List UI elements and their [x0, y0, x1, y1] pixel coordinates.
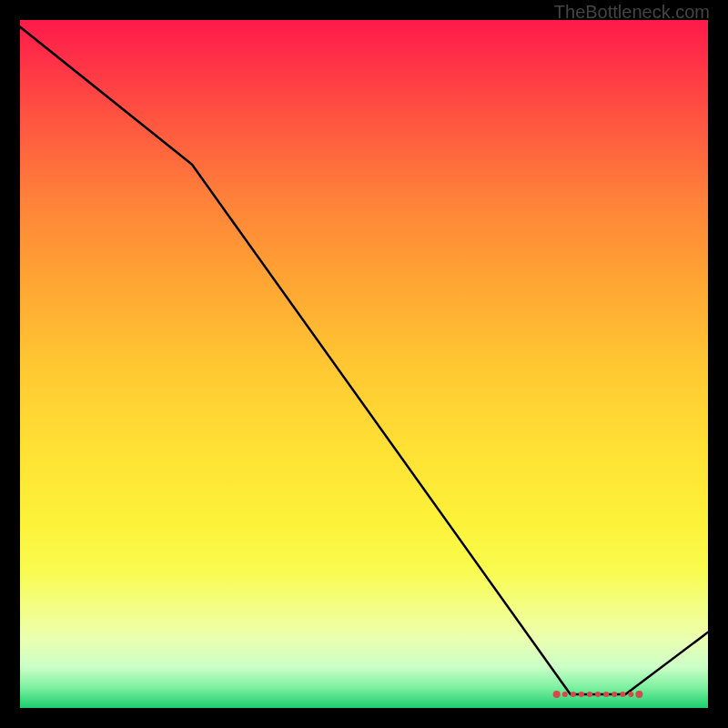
- optimal-bead: [587, 692, 592, 697]
- chart-svg: [20, 20, 708, 708]
- optimal-bead: [595, 692, 601, 697]
- optimal-bead: [571, 692, 576, 697]
- attribution-text: TheBottleneck.com: [554, 2, 710, 23]
- optimal-bead: [635, 691, 642, 698]
- optimal-bead: [603, 692, 609, 697]
- optimal-bead: [579, 692, 584, 697]
- optimal-bead: [553, 691, 561, 698]
- optimal-bead: [628, 692, 633, 697]
- optimal-bead: [612, 692, 617, 697]
- optimal-bead: [620, 692, 625, 697]
- bottleneck-curve-line: [20, 27, 708, 694]
- optimal-bead: [562, 692, 568, 697]
